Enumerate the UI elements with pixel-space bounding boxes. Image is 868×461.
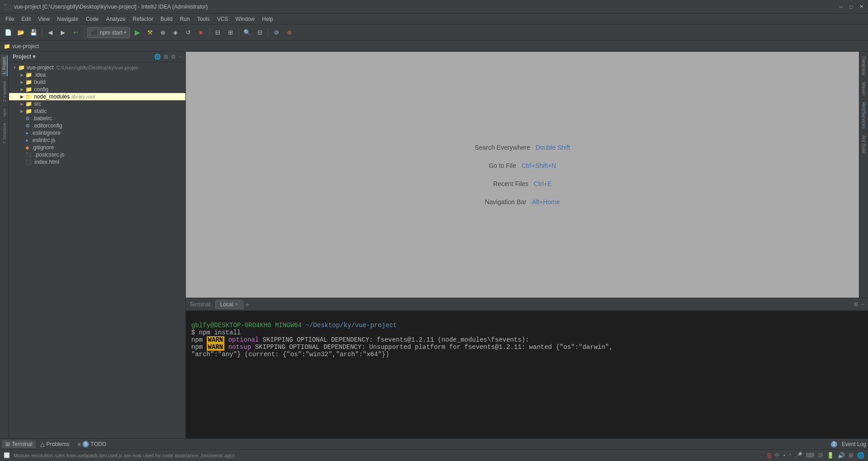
build-expand-arrow[interactable]: ▶ xyxy=(18,80,25,84)
right-tab-database[interactable]: Database xyxy=(860,54,867,78)
menu-view[interactable]: View xyxy=(34,15,53,23)
static-folder-icon: 📁 xyxy=(25,108,32,114)
tree-postcssrc[interactable]: ⬛ .postcssrc.js xyxy=(9,151,185,158)
tray-lang[interactable]: 語 xyxy=(818,452,823,459)
left-tool-project[interactable]: 1: Project xyxy=(1,55,8,76)
panel-settings-button[interactable]: ⚙ xyxy=(171,54,176,60)
revert-button[interactable]: ↩ xyxy=(70,27,81,38)
tree-src[interactable]: ▶ 📁 src xyxy=(9,100,185,108)
panel-close-button[interactable]: − xyxy=(179,54,182,60)
terminal-settings-button[interactable]: ⚙ xyxy=(853,301,858,308)
left-tool-structure[interactable]: 7: Structure xyxy=(2,121,7,146)
tray-input-method[interactable]: S xyxy=(767,452,771,459)
tree-node-modules[interactable]: ▶ 📁 node_modules library root xyxy=(9,93,185,100)
menu-vcs[interactable]: VCS xyxy=(213,15,232,23)
menu-refactor[interactable]: Refactor xyxy=(129,15,157,23)
power-button[interactable]: ⊗ xyxy=(284,27,295,38)
terminal-add-button[interactable]: + xyxy=(245,301,249,308)
tree-gitignore[interactable]: ◆ .gitignore xyxy=(9,144,185,151)
menu-file[interactable]: File xyxy=(2,15,18,23)
config-expand-arrow[interactable]: ▶ xyxy=(18,87,25,92)
right-tab-restservices[interactable]: RestServices xyxy=(860,99,867,132)
attach-button[interactable]: ⊟ xyxy=(212,27,223,38)
menu-help[interactable]: Help xyxy=(258,15,277,23)
tray-network[interactable]: 🌐 xyxy=(857,452,864,459)
terminal-shell: MINGW64 xyxy=(275,322,305,329)
right-tab-antbuild[interactable]: Ant Build xyxy=(860,132,867,156)
save-all-button[interactable]: 💾 xyxy=(28,27,39,38)
forward-button[interactable]: ▶ xyxy=(58,27,68,38)
profile-button[interactable]: ◈ xyxy=(170,27,181,38)
menu-run[interactable]: Run xyxy=(176,15,194,23)
tray-chinese-input[interactable]: 中 xyxy=(775,452,780,459)
idea-expand-arrow[interactable]: ▶ xyxy=(18,73,25,77)
back-button[interactable]: ◀ xyxy=(45,27,56,38)
tree-babelrc[interactable]: ⚙ .babelrc xyxy=(9,115,185,122)
welcome-search: Search Everywhere Double Shift xyxy=(475,144,570,151)
terminal-warn2-npm: npm xyxy=(191,343,207,351)
root-path: C:\Users\gblfy\Desktop\ky\vue-projec xyxy=(56,65,138,70)
tray-dot1[interactable]: • xyxy=(783,452,786,459)
root-folder-icon: 📁 xyxy=(18,64,25,71)
project-panel-header: Project ▾ 🌐 ⊞ ⚙ − xyxy=(9,52,185,62)
vcs-button[interactable]: ⊟ xyxy=(254,27,265,38)
left-tool-favorites[interactable]: 2: Favorites xyxy=(2,79,7,104)
left-tool-npm[interactable]: npm xyxy=(2,107,7,118)
close-button[interactable]: ✕ xyxy=(858,4,864,10)
tree-editorconfig[interactable]: ⚙ .editorconfig xyxy=(9,122,185,129)
terminal-content[interactable]: gblfy@DESKTOP-0RO4KH0 MINGW64 ~/Desktop/… xyxy=(186,311,868,438)
bottom-tab-terminal[interactable]: ⊞ Terminal xyxy=(2,440,36,448)
build-button[interactable]: ⚒ xyxy=(145,27,155,38)
maximize-button[interactable]: □ xyxy=(848,4,854,10)
tray-mic[interactable]: 🎤 xyxy=(795,452,802,459)
menu-navigate[interactable]: Navigate xyxy=(53,15,82,23)
bottom-tab-todo[interactable]: ≡ 6 TODO xyxy=(74,440,110,448)
open-button[interactable]: 📂 xyxy=(15,27,26,38)
menu-window[interactable]: Window xyxy=(232,15,258,23)
menu-code[interactable]: Code xyxy=(82,15,102,23)
stop-button[interactable]: ■ xyxy=(195,27,206,38)
node-modules-expand-arrow[interactable]: ▶ xyxy=(18,94,25,99)
tray-battery[interactable]: 🔋 xyxy=(827,452,834,459)
tree-root[interactable]: ▾ 📁 vue-project C:\Users\gblfy\Desktop\k… xyxy=(9,64,185,71)
terminal-minimize-button[interactable]: − xyxy=(861,301,864,308)
tree-idea[interactable]: ▶ 📁 .idea xyxy=(9,71,185,78)
panel-equalizer-button[interactable]: ⊞ xyxy=(164,54,168,60)
tree-eslintrc[interactable]: ● .eslintrc.js xyxy=(9,137,185,144)
run-button[interactable]: ▶ xyxy=(132,27,143,38)
run-config-dropdown[interactable]: ⬛ npm start ▾ xyxy=(87,27,130,38)
tray-volume[interactable]: 🔊 xyxy=(838,452,845,459)
tray-grid[interactable]: ⊞ xyxy=(849,452,853,459)
analyze-button[interactable]: ↺ xyxy=(183,27,194,38)
static-expand-arrow[interactable]: ▶ xyxy=(18,109,25,113)
tray-settings2[interactable]: ° xyxy=(789,452,791,459)
tray-keyboard[interactable]: ⌨ xyxy=(806,452,815,459)
menu-analyze[interactable]: Analyze xyxy=(102,15,129,23)
src-expand-arrow[interactable]: ▶ xyxy=(18,102,25,106)
root-expand-arrow[interactable]: ▾ xyxy=(11,65,18,70)
bottom-tab-problems[interactable]: △ Problems xyxy=(37,440,73,448)
menu-build[interactable]: Build xyxy=(157,15,176,23)
coverage-button[interactable]: ⊕ xyxy=(157,27,168,38)
panel-globe-button[interactable]: 🌐 xyxy=(154,54,161,60)
build-label: build xyxy=(34,79,45,85)
minimize-button[interactable]: ─ xyxy=(838,4,844,10)
event-log-label[interactable]: Event Log xyxy=(842,441,866,447)
update-button[interactable]: ⊞ xyxy=(225,27,236,38)
terminal-warn3-line: "arch":"any"} (current: {"os":"win32","a… xyxy=(191,351,863,358)
terminal-local-tab[interactable]: Local ✕ xyxy=(215,300,244,309)
tree-index-html[interactable]: ⬛ index.html xyxy=(9,158,185,166)
tree-build[interactable]: ▶ 📁 build xyxy=(9,78,185,86)
right-tab-maven[interactable]: Maven xyxy=(860,79,867,98)
tree-static[interactable]: ▶ 📁 static xyxy=(9,108,185,115)
menu-edit[interactable]: Edit xyxy=(18,15,34,23)
tree-eslintignore[interactable]: ● .eslintignore xyxy=(9,129,185,137)
search-everywhere-button[interactable]: 🔍 xyxy=(242,27,252,38)
settings-button[interactable]: ⚙ xyxy=(271,27,282,38)
status-text: Module resolution rules from webpack.dev… xyxy=(14,453,763,458)
new-file-button[interactable]: 📄 xyxy=(3,27,14,38)
menu-tools[interactable]: Tools xyxy=(194,15,213,23)
gitignore-label: .gitignore xyxy=(32,144,54,151)
terminal-close-button[interactable]: ✕ xyxy=(235,302,238,307)
tree-config[interactable]: ▶ 📁 config xyxy=(9,86,185,93)
